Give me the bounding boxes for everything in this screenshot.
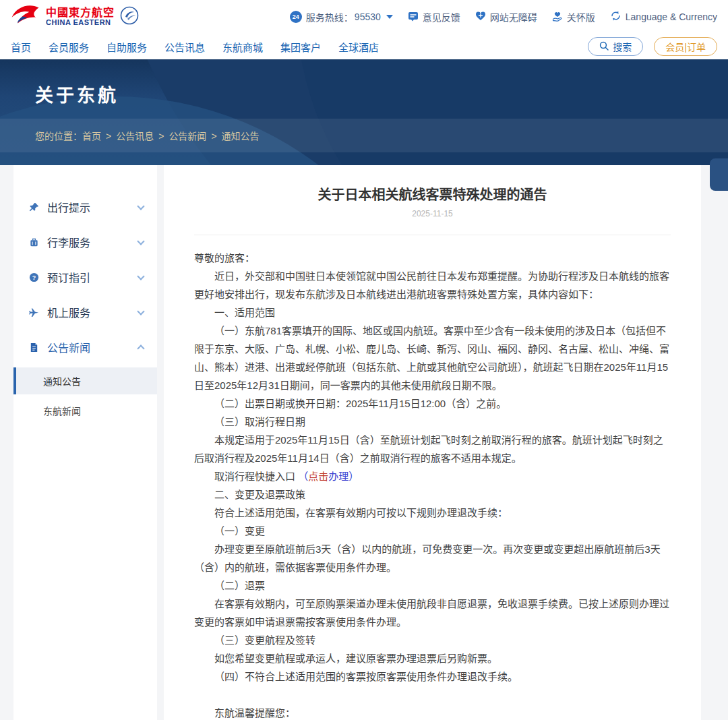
breadcrumb-link[interactable]: 首页 xyxy=(82,131,101,142)
brand-name-en: CHINA EASTERN xyxy=(46,19,115,27)
chevron-down-icon xyxy=(137,202,144,210)
question-icon: ? xyxy=(28,272,39,282)
feedback-label: 意见反馈 xyxy=(423,10,460,24)
search-button[interactable]: 搜索 xyxy=(588,37,643,56)
member-orders-label: 会员|订单 xyxy=(665,40,706,53)
breadcrumb-separator: > xyxy=(106,131,111,142)
svg-text:?: ? xyxy=(32,274,35,280)
sidebar-subitem-东航新闻[interactable]: 东航新闻 xyxy=(13,397,157,424)
chevron-down-icon xyxy=(137,272,144,280)
article-paragraph: （二）出票日期或换开日期：2025年11月15日12:00（含）之前。 xyxy=(194,394,671,413)
pin-icon xyxy=(28,202,39,212)
floating-side-widget[interactable] xyxy=(710,158,728,191)
main-nav-row: 首页会员服务自助服务公告讯息东航商城集团客户全球酒店 搜索 会员|订单 xyxy=(0,34,728,59)
breadcrumb-separator: > xyxy=(158,131,164,142)
main-nav: 首页会员服务自助服务公告讯息东航商城集团客户全球酒店 xyxy=(11,40,379,54)
care-version-link[interactable]: 关怀版 xyxy=(552,10,595,24)
feedback-link[interactable]: 意见反馈 xyxy=(408,10,460,24)
sidebar-item-预订指引[interactable]: ?预订指引 xyxy=(13,260,157,295)
nav-link-4[interactable]: 公告讯息 xyxy=(164,40,205,54)
sidebar-subitem-通知公告[interactable]: 通知公告 xyxy=(13,367,157,394)
article-paragraph: （一）东航781客票填开的国际、地区或国内航班。客票中至少含有一段未使用的涉及日… xyxy=(194,322,671,394)
nav-link-7[interactable]: 全球酒店 xyxy=(338,40,379,54)
nav-link-6[interactable]: 集团客户 xyxy=(280,40,321,54)
plane-icon xyxy=(28,307,39,318)
article-paragraph: 如您希望变更航程或承运人，建议原客票办理退票后另购新票。 xyxy=(194,649,671,667)
chevron-up-icon xyxy=(137,344,144,352)
nav-link-3[interactable]: 自助服务 xyxy=(107,40,147,54)
sidebar-item-label: 预订指引 xyxy=(47,269,130,285)
nav-link-5[interactable]: 东航商城 xyxy=(222,40,263,54)
brand-logo[interactable]: 中國東方航空 CHINA EASTERN xyxy=(11,5,139,29)
sidebar-item-出行提示[interactable]: 出行提示 xyxy=(13,189,157,224)
breadcrumb-items: 首页>公告讯息>公告新闻>通知公告 xyxy=(82,129,260,142)
search-icon xyxy=(599,41,609,53)
luggage-icon xyxy=(28,237,39,247)
sidebar: 出行提示行李服务?预订指引机上服务公告新闻通知公告东航新闻 xyxy=(13,165,157,720)
hotline-link[interactable]: 24 服务热线：95530 xyxy=(290,10,393,24)
nav-link-2[interactable]: 会员服务 xyxy=(49,40,89,54)
care-heart-hand-icon xyxy=(552,11,563,24)
inline-link[interactable]: 办理 xyxy=(328,471,348,482)
article-paragraph: 取消行程快捷入口 （点击办理） xyxy=(194,467,671,485)
nav-actions: 搜索 会员|订单 xyxy=(588,37,717,56)
paragraph-spacer xyxy=(194,686,671,704)
chevron-down-icon xyxy=(137,237,144,245)
language-currency-label: Language & Currency xyxy=(626,11,717,22)
article-paragraph: 办理变更至原航班前后3天（含）以内的航班，可免费变更一次。再次变更或变更超出原航… xyxy=(194,540,671,576)
china-eastern-swallow-icon xyxy=(11,5,40,29)
breadcrumb-link[interactable]: 公告讯息 xyxy=(116,131,154,142)
breadcrumb: 您的位置： 首页>公告讯息>公告新闻>通知公告 xyxy=(0,119,728,152)
article-paragraph: 本规定适用于2025年11月15日（含）至航班计划起飞时刻之前取消行程的旅客。航… xyxy=(194,431,671,467)
article-paragraph: 符合上述适用范围，在客票有效期内可按以下规则办理退改手续： xyxy=(194,504,671,522)
skyteam-logo-icon xyxy=(120,6,139,28)
article-paragraph: 在客票有效期内，可至原购票渠道办理未使用航段非自愿退票，免收退票手续费。已按上述… xyxy=(194,595,671,631)
phone-24h-icon: 24 xyxy=(290,11,302,23)
nav-link-1[interactable]: 首页 xyxy=(11,40,31,54)
search-button-label: 搜索 xyxy=(613,40,632,53)
sidebar-item-机上服务[interactable]: 机上服务 xyxy=(13,295,157,330)
accessibility-label: 网站无障碍 xyxy=(490,10,537,24)
sidebar-item-label: 公告新闻 xyxy=(47,339,130,355)
member-orders-button[interactable]: 会员|订单 xyxy=(654,37,717,56)
sidebar-item-公告新闻[interactable]: 公告新闻 xyxy=(13,330,157,365)
document-icon xyxy=(28,342,39,353)
article-paragraph: （一）变更 xyxy=(194,522,671,540)
inline-link[interactable]: ） xyxy=(348,471,359,482)
inline-link[interactable]: 点击 xyxy=(308,471,328,482)
sidebar-item-label: 行李服务 xyxy=(47,234,130,250)
article-panel: 关于日本相关航线客票特殊处理的通告 2025-11-15 尊敬的旅客：近日，外交… xyxy=(164,165,701,720)
breadcrumb-link[interactable]: 公告新闻 xyxy=(169,131,206,142)
feedback-icon xyxy=(408,11,419,24)
caret-down-icon xyxy=(386,15,393,19)
sidebar-item-label: 机上服务 xyxy=(47,304,130,320)
hotline-number: 95530 xyxy=(355,11,381,22)
article-title: 关于日本相关航线客票特殊处理的通告 xyxy=(194,184,671,204)
care-version-label: 关怀版 xyxy=(567,10,595,24)
language-currency-icon xyxy=(610,10,621,24)
banner-title: 关于东航 xyxy=(35,81,119,107)
article-paragraph: 尊敬的旅客： xyxy=(194,249,671,267)
article-paragraph: 东航温馨提醒您： xyxy=(194,704,671,720)
accessibility-heart-icon xyxy=(475,11,486,24)
article-paragraph: 近日，外交部和中国驻日本使领馆就中国公民前往日本发布郑重提醒。为协助行程涉及日本… xyxy=(194,267,671,303)
inline-link[interactable]: （ xyxy=(298,471,308,482)
article-body: 尊敬的旅客：近日，外交部和中国驻日本使领馆就中国公民前往日本发布郑重提醒。为协助… xyxy=(194,249,671,720)
accessibility-link[interactable]: 网站无障碍 xyxy=(475,10,537,24)
page-banner: 关于东航 您的位置： 首页>公告讯息>公告新闻>通知公告 xyxy=(0,59,728,165)
main-area: 出行提示行李服务?预订指引机上服务公告新闻通知公告东航新闻 关于日本相关航线客票… xyxy=(0,165,728,720)
hotline-label: 服务热线： xyxy=(306,10,353,24)
top-utility-bar: 24 服务热线：95530 意见反馈 网站无障碍 xyxy=(290,10,717,24)
sidebar-item-label: 出行提示 xyxy=(47,199,130,215)
brand-name-cn: 中國東方航空 xyxy=(46,7,115,19)
chevron-down-icon xyxy=(137,307,144,315)
breadcrumb-prefix: 您的位置： xyxy=(35,129,82,142)
sidebar-item-行李服务[interactable]: 行李服务 xyxy=(13,224,157,260)
language-currency-link[interactable]: Language & Currency xyxy=(610,10,717,24)
article-paragraph: 二、变更及退票政策 xyxy=(194,485,671,504)
paragraph-text: 取消行程快捷入口 xyxy=(214,471,298,482)
article-paragraph: 一、适用范围 xyxy=(194,303,671,322)
article-paragraph: （四）不符合上述适用范围的客票按原客票使用条件办理退改手续。 xyxy=(194,667,671,686)
article-paragraph: （二）退票 xyxy=(194,576,671,595)
breadcrumb-link[interactable]: 通知公告 xyxy=(222,131,260,142)
